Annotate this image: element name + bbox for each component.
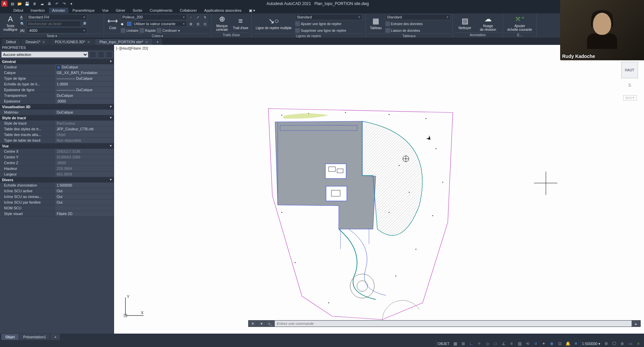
- status-qp-icon[interactable]: ⊡: [556, 340, 564, 347]
- panel-texte-title[interactable]: Texte ▾: [2, 33, 102, 38]
- qat-undo-icon[interactable]: ↶: [54, 1, 60, 7]
- status-clean-icon[interactable]: ▭: [627, 340, 634, 347]
- prop-value[interactable]: 1563117.3136: [55, 149, 114, 154]
- dim-c-icon[interactable]: ⊡: [202, 21, 208, 27]
- table-button[interactable]: ▦ Tableau: [368, 14, 384, 32]
- menu-compléments[interactable]: Compléments: [146, 8, 176, 13]
- centerline-button[interactable]: ≡ Trait d'axe: [232, 14, 250, 32]
- prop-row[interactable]: Style de tracéParCouleur: [0, 121, 114, 126]
- status-cycle-icon[interactable]: ⟲: [524, 340, 531, 347]
- prop-value[interactable]: 431.0859: [55, 171, 114, 177]
- doctab-add[interactable]: +: [153, 39, 163, 45]
- prop-value[interactable]: Oui: [55, 188, 114, 194]
- prop-value[interactable]: .0000: [55, 160, 114, 165]
- prop-value[interactable]: ————— DuCalque: [55, 87, 114, 92]
- app-logo[interactable]: A: [1, 1, 7, 7]
- layouttab-présentation1[interactable]: Présentation1: [19, 334, 50, 340]
- qat-redo-icon[interactable]: ↷: [61, 1, 67, 7]
- mleaderstyle-dropdown[interactable]: Standard▼: [295, 14, 362, 20]
- tablestyle-dropdown[interactable]: Standard▼: [385, 14, 450, 20]
- mleader-remove-button[interactable]: Supprimer une ligne de repère: [295, 28, 346, 33]
- prop-row[interactable]: Table des tracés atta...Objet: [0, 132, 114, 138]
- dim-update-icon[interactable]: ↕: [188, 14, 194, 20]
- addscale-button[interactable]: ⤧⁺ Ajouter échelle courante: [505, 14, 534, 32]
- panel-cotes-title[interactable]: Cotes ▾: [106, 33, 209, 38]
- status-polar-icon[interactable]: ✧: [476, 340, 483, 347]
- prop-row[interactable]: CalqueGE_XX_BATI_Fondation: [0, 70, 114, 76]
- viewport-controls[interactable]: [−][Haut][Filaire 2D]: [116, 46, 148, 50]
- prop-row[interactable]: Type de table de tracéNon disponible: [0, 138, 114, 143]
- qat-more-icon[interactable]: ▾: [68, 1, 74, 7]
- dim-continue-button[interactable]: Continuer ▾: [157, 28, 179, 33]
- doctab-close-icon[interactable]: ✕: [145, 40, 148, 44]
- menu-paramétrique[interactable]: Paramétrique: [69, 8, 98, 13]
- doctab-1[interactable]: Dessin1*✕: [21, 39, 50, 45]
- status-custom-icon[interactable]: ≡: [635, 340, 642, 347]
- qat-cloud-icon[interactable]: ☁: [39, 1, 45, 7]
- mleader-add-button[interactable]: Ajouter une ligne de repère: [295, 21, 341, 26]
- menu-annoter[interactable]: Annoter: [49, 8, 69, 13]
- status-dyn-icon[interactable]: ⊕: [548, 340, 555, 347]
- status-hw-icon[interactable]: ⊛: [619, 340, 626, 347]
- status-scale[interactable]: 1:500000 ▾: [580, 340, 602, 347]
- prop-value[interactable]: DuCalque: [55, 110, 114, 115]
- prop-row[interactable]: Icône SCU par fenêtreOui: [0, 200, 114, 205]
- panel-reperes-title[interactable]: Lignes de repère: [254, 33, 363, 38]
- status-3dosnap-icon[interactable]: ✦: [540, 340, 547, 347]
- qat-open-icon[interactable]: 📂: [17, 1, 23, 7]
- command-input[interactable]: [275, 321, 632, 327]
- find-text-input[interactable]: [26, 21, 81, 27]
- find-go-icon[interactable]: 🔎: [82, 22, 87, 26]
- qat-new-icon[interactable]: ▤: [9, 1, 15, 7]
- extract-data-button[interactable]: Extraire des données: [385, 21, 423, 26]
- compass-s[interactable]: S: [628, 82, 631, 88]
- status-iso-icon[interactable]: ◇: [484, 340, 491, 347]
- prop-row[interactable]: Hauteur228.3664: [0, 166, 114, 171]
- prop-row[interactable]: Style visuelFilaire 2D: [0, 211, 114, 217]
- dim-a-icon[interactable]: ⊞: [188, 21, 194, 27]
- selection-dropdown[interactable]: Aucune sélection: [1, 52, 88, 58]
- prop-section-divers[interactable]: Divers▾: [0, 177, 114, 183]
- prop-row[interactable]: Epaisseur.0000: [0, 98, 114, 104]
- prop-row[interactable]: MatériauDuCalque: [0, 110, 114, 115]
- textheight-dropdown[interactable]: .4000▼: [26, 27, 87, 33]
- prop-section-style-de-tracé[interactable]: Style de tracé▾: [0, 115, 114, 121]
- menu-more-icon[interactable]: ▣ ▾: [246, 8, 259, 13]
- status-ws-icon[interactable]: ⚙: [602, 340, 610, 347]
- prop-section-vue[interactable]: Vue▾: [0, 143, 114, 149]
- status-otrack-icon[interactable]: ∠: [500, 340, 507, 347]
- prop-value[interactable]: Oui: [55, 194, 114, 199]
- menu-sortie[interactable]: Sortie: [129, 8, 146, 13]
- status-monitor-icon[interactable]: 🖵: [610, 340, 618, 347]
- prop-row[interactable]: Echelle du type de li...1.0000: [0, 81, 114, 87]
- prop-value[interactable]: JFP_Couleur_CTB.ctb: [55, 126, 114, 132]
- status-osnap-icon[interactable]: □: [492, 340, 499, 347]
- doctab-3[interactable]: Plan_topo_PORTION site*✕: [95, 39, 153, 45]
- menu-applications associées[interactable]: Applications associées: [201, 8, 245, 13]
- prop-row[interactable]: Centre Z.0000: [0, 160, 114, 166]
- centermark-button[interactable]: ⊕ Marque centrale: [213, 14, 231, 32]
- selectobj-icon[interactable]: [106, 51, 112, 58]
- cmd-expand-icon[interactable]: ▴: [632, 320, 640, 327]
- prop-value[interactable]: Filaire 2D: [55, 211, 114, 216]
- doctab-0[interactable]: Début: [1, 39, 21, 45]
- prop-row[interactable]: Epaisseur de ligne————— DuCalque: [0, 87, 114, 93]
- cote-button[interactable]: ⟷ Cote: [106, 14, 119, 32]
- prop-value[interactable]: 1:500000: [55, 183, 114, 188]
- prop-value[interactable]: [55, 205, 114, 211]
- dim-quick-button[interactable]: Rapide: [140, 28, 156, 33]
- menu-insertion[interactable]: Insertion: [27, 8, 48, 13]
- prop-row[interactable]: Echelle d'annotation1:500000: [0, 183, 114, 188]
- prop-value[interactable]: 9139563.1089: [55, 154, 114, 160]
- qat-save-icon[interactable]: 💾: [24, 1, 30, 7]
- dimlayer-dropdown[interactable]: Utiliser la valeur courante▼: [132, 21, 187, 27]
- pickadd-icon[interactable]: [98, 51, 104, 58]
- view-cube[interactable]: HAUT: [621, 62, 638, 78]
- status-ortho-icon[interactable]: ∟: [468, 340, 475, 347]
- cleanup-button[interactable]: ▨ Nettoyer: [455, 14, 475, 32]
- prop-value[interactable]: 228.3664: [55, 166, 114, 171]
- prop-section-général[interactable]: Général▾: [0, 59, 114, 64]
- dim-linear-button[interactable]: Linéaire: [121, 28, 139, 33]
- doctab-close-icon[interactable]: ✕: [87, 40, 90, 44]
- status-snap-icon[interactable]: ⊞: [460, 340, 467, 347]
